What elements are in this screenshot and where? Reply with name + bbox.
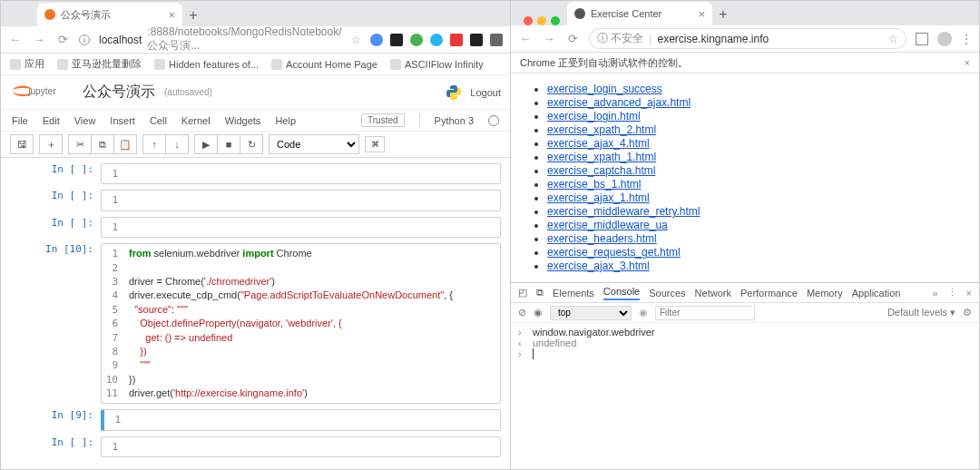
devtools-tab-performance[interactable]: Performance — [740, 288, 798, 299]
back-button[interactable]: ← — [8, 33, 23, 46]
logout-button[interactable]: Logout — [470, 87, 501, 98]
reload-button[interactable]: ⟳ — [565, 32, 580, 45]
save-button[interactable]: 🖫 — [10, 134, 34, 154]
menu-widgets[interactable]: Widgets — [225, 115, 261, 126]
browser-tab[interactable]: Exercise Center × — [567, 2, 712, 25]
clear-console-icon[interactable]: ⊘ — [518, 307, 526, 318]
copy-button[interactable]: ⧉ — [91, 134, 114, 154]
ext-icon[interactable] — [430, 34, 443, 46]
context-select[interactable]: top — [550, 306, 632, 320]
code-cell[interactable]: 1 — [101, 190, 501, 211]
reload-button[interactable]: ⟳ — [55, 33, 70, 46]
console-input[interactable]: › — [518, 348, 972, 361]
menu-help[interactable]: Help — [275, 115, 296, 126]
ext-icon[interactable] — [470, 34, 483, 46]
menu-view[interactable]: View — [74, 115, 96, 126]
ext-icon[interactable] — [370, 34, 383, 46]
exercise-link[interactable]: exercise_ajax_4.html — [547, 137, 650, 150]
settings-icon[interactable]: ⚙ — [963, 307, 972, 318]
profile-icon[interactable] — [937, 32, 952, 46]
exercise-link[interactable]: exercise_ajax_1.html — [547, 191, 650, 204]
menu-kernel[interactable]: Kernel — [181, 115, 211, 126]
address-bar[interactable]: ⓘ 不安全 | exercise.kingname.info ☆ — [589, 28, 906, 49]
browser-tab[interactable]: 公众号演示 × — [37, 3, 182, 26]
exercise-link[interactable]: exercise_captcha.html — [547, 164, 655, 177]
reader-icon[interactable] — [916, 33, 928, 45]
notebook-title[interactable]: 公众号演示 — [83, 83, 155, 102]
bookmark-item[interactable]: ASCIIFlow Infinity — [390, 59, 484, 70]
star-icon[interactable]: ☆ — [888, 33, 898, 45]
code-cell[interactable]: 1 — [101, 436, 501, 457]
devtools-menu-icon[interactable]: ⋮ — [947, 287, 957, 299]
window-zoom-button[interactable] — [551, 16, 560, 25]
ext-icon[interactable] — [390, 34, 403, 46]
close-devtools-icon[interactable]: × — [966, 288, 972, 299]
exercise-link[interactable]: exercise_middleware_retry.html — [547, 205, 701, 218]
star-icon[interactable]: ☆ — [351, 34, 361, 46]
bookmark-item[interactable]: Hidden features of... — [154, 59, 259, 70]
menu-cell[interactable]: Cell — [150, 115, 167, 126]
move-up-button[interactable]: ↑ — [142, 134, 166, 154]
trusted-badge[interactable]: Trusted — [361, 113, 405, 127]
exercise-link[interactable]: exercise_advanced_ajax.html — [547, 96, 691, 109]
devtools-tab-sources[interactable]: Sources — [649, 288, 685, 299]
insert-cell-button[interactable]: ＋ — [39, 134, 63, 154]
close-tab-icon[interactable]: × — [698, 7, 705, 21]
menu-file[interactable]: File — [12, 115, 28, 126]
ext-icon[interactable] — [450, 34, 463, 46]
close-banner-icon[interactable]: × — [965, 57, 970, 68]
command-palette-button[interactable]: ⌘ — [365, 136, 385, 152]
exercise-link[interactable]: exercise_xpath_1.html — [547, 151, 656, 163]
exercise-link[interactable]: exercise_requests_get.html — [547, 246, 681, 259]
device-icon[interactable]: ⧉ — [536, 287, 544, 299]
exercise-link[interactable]: exercise_headers.html — [547, 232, 657, 245]
address-bar[interactable]: localhost:8888/notebooks/MongoRedisNoteb… — [99, 25, 342, 54]
devtools-tab-elements[interactable]: Elements — [553, 288, 594, 299]
devtools-tab-application[interactable]: Application — [852, 288, 901, 299]
exercise-link[interactable]: exercise_login.html — [547, 110, 641, 122]
code-cell[interactable]: 1 — [101, 217, 501, 238]
inspect-icon[interactable]: ◰ — [518, 287, 527, 299]
cut-button[interactable]: ✂ — [68, 134, 92, 154]
window-close-button[interactable] — [524, 16, 533, 25]
ext-icon[interactable] — [410, 34, 423, 46]
bookmark-item[interactable]: 应用 — [10, 57, 44, 71]
ext-icon[interactable] — [490, 34, 503, 46]
kernel-name[interactable]: Python 3 — [435, 115, 474, 126]
forward-button[interactable]: → — [542, 32, 556, 45]
exercise-link[interactable]: exercise_middleware_ua — [547, 219, 668, 231]
exercise-link[interactable]: exercise_ajax_3.html — [547, 259, 650, 272]
more-tabs-icon[interactable]: » — [932, 288, 937, 299]
move-down-button[interactable]: ↓ — [165, 134, 189, 154]
devtools-tab-memory[interactable]: Memory — [807, 288, 843, 299]
new-tab-button[interactable]: + — [712, 4, 734, 25]
bookmark-item[interactable]: Account Home Page — [271, 59, 377, 70]
jupyter-logo[interactable]: jupyter — [10, 81, 74, 103]
restart-button[interactable]: ↻ — [240, 134, 263, 154]
menu-edit[interactable]: Edit — [43, 115, 60, 126]
paste-button[interactable]: 📋 — [113, 134, 137, 154]
menu-insert[interactable]: Insert — [110, 115, 135, 126]
bookmark-item[interactable]: 亚马逊批量删除 — [57, 57, 142, 71]
exercise-link[interactable]: exercise_xpath_2.html — [547, 123, 656, 136]
new-tab-button[interactable]: + — [182, 5, 204, 26]
close-tab-icon[interactable]: × — [168, 8, 175, 22]
devtools-tab-network[interactable]: Network — [695, 288, 731, 299]
eye-icon[interactable]: ◉ — [534, 307, 543, 318]
cell-type-select[interactable]: Code — [269, 134, 359, 154]
window-minimize-button[interactable] — [537, 16, 546, 25]
security-info[interactable]: ⓘ 不安全 — [597, 31, 643, 46]
log-levels[interactable]: Default levels ▾ — [887, 307, 956, 318]
forward-button[interactable]: → — [32, 33, 46, 46]
stop-button[interactable]: ■ — [217, 134, 240, 154]
site-info-icon[interactable]: i — [79, 34, 90, 45]
filter-input[interactable] — [655, 306, 755, 320]
menu-icon[interactable]: ⋮ — [961, 33, 972, 45]
devtools-tab-console[interactable]: Console — [603, 286, 640, 300]
code-cell[interactable]: 1 — [101, 163, 501, 184]
exercise-link[interactable]: exercise_login_success — [547, 83, 662, 95]
back-button[interactable]: ← — [518, 32, 533, 45]
eye-icon[interactable]: ◉ — [639, 307, 648, 318]
code-cell[interactable]: 1 — [101, 409, 501, 430]
exercise-link[interactable]: exercise_bs_1.html — [547, 178, 641, 191]
